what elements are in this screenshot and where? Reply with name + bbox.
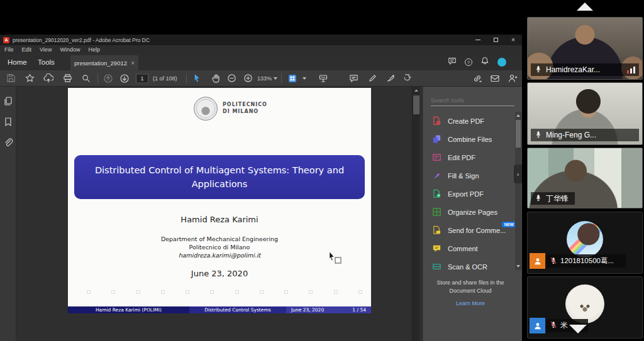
search-icon[interactable] — [80, 73, 91, 84]
document-cloud-promo: Store and share files in the Document Cl… — [423, 279, 518, 295]
participant-name: 丁华锋 — [546, 193, 569, 204]
slide-title-line2: Applications — [192, 177, 248, 191]
tab-tools[interactable]: Tools — [38, 54, 55, 70]
highlighter-pen-icon[interactable] — [367, 73, 378, 84]
zoom-out-icon[interactable] — [226, 73, 237, 84]
participant-tile[interactable]: 1201810500葛... — [527, 212, 643, 274]
tool-combine-files[interactable]: Combine Files — [423, 130, 518, 148]
participant-name: 1201810500葛... — [560, 256, 614, 266]
mic-muted-icon — [550, 321, 557, 330]
window-title: presentation_29012020_ver2.pdf - Adobe A… — [13, 37, 150, 43]
document-scrollbar[interactable] — [412, 87, 419, 341]
tools-search-input[interactable] — [431, 95, 514, 106]
tools-search — [431, 94, 514, 106]
menu-edit[interactable]: Edit — [22, 46, 32, 53]
stamp-rotate-icon[interactable] — [401, 73, 413, 84]
hand-tool-icon[interactable] — [210, 73, 221, 84]
scrollbar-thumb[interactable] — [516, 120, 521, 148]
presenter-mode-icon[interactable] — [318, 73, 329, 84]
tabbar: Home Tools presentation_29012... × ? — [0, 54, 522, 70]
tool-edit-pdf[interactable]: Edit PDF — [423, 148, 518, 166]
bookmarks-icon[interactable] — [3, 117, 13, 127]
tools-panel: Create PDF Combine Files Edit PDF Fill &… — [423, 87, 522, 341]
previous-page-icon[interactable] — [103, 73, 114, 84]
menu-window[interactable]: Window — [60, 46, 80, 53]
mic-icon — [535, 65, 542, 75]
signature-pen-icon[interactable] — [385, 73, 396, 84]
slide-title-line1: Distributed Control of Multiagent System… — [95, 163, 344, 177]
star-favorites-icon[interactable] — [24, 73, 35, 84]
feedback-bubble-icon[interactable] — [448, 57, 457, 68]
zoom-level-dropdown[interactable]: 133% — [257, 75, 277, 82]
document-area: POLITECNICO DI MILANO Distributed Contro… — [17, 87, 423, 341]
bell-icon[interactable] — [480, 57, 489, 68]
tool-send-for-comments[interactable]: Send for Comme... NEW — [423, 221, 518, 239]
beamer-nav-symbols — [87, 290, 362, 295]
menu-view[interactable]: View — [40, 46, 52, 53]
participant-tile[interactable]: HamidrezaKar... — [527, 17, 643, 80]
menu-help[interactable]: Help — [88, 46, 100, 53]
footer-date-page: June 23, 2020 1 / 54 — [286, 306, 371, 313]
page-number-input[interactable] — [136, 73, 148, 83]
page-view-icon[interactable] — [287, 73, 298, 84]
footer-author: Hamid Reza Karimi (POLIMI) — [68, 306, 189, 313]
participant-tile[interactable]: Ming-Feng G... — [527, 82, 643, 145]
add-user-icon[interactable] — [507, 73, 518, 84]
restore-button[interactable] — [487, 35, 504, 45]
pdf-file-icon: A — [3, 37, 9, 43]
scrollbar-thumb[interactable] — [413, 95, 419, 114]
left-nav-rail — [0, 87, 16, 341]
screen: A presentation_29012020_ver2.pdf - Adobe… — [0, 0, 644, 341]
share-cloud-icon[interactable] — [43, 73, 54, 84]
participant-name: Ming-Feng G... — [546, 131, 635, 139]
slide-affiliation-univ: Politecnico di Milano — [68, 244, 371, 251]
comment-bubble-icon[interactable] — [348, 73, 359, 84]
tab-document[interactable]: presentation_29012... × — [70, 55, 138, 70]
tab-close-icon[interactable]: × — [131, 60, 135, 67]
scroll-participants-up-icon[interactable] — [577, 3, 593, 11]
page-view-caret-icon[interactable] — [297, 73, 309, 84]
scroll-participants-down-icon[interactable] — [569, 325, 587, 333]
mouse-cursor — [328, 251, 345, 266]
tab-home[interactable]: Home — [8, 54, 27, 70]
tab-document-label: presentation_29012... — [74, 60, 128, 67]
scroll-up-icon[interactable] — [516, 114, 520, 117]
link-share-icon[interactable] — [472, 73, 483, 84]
tool-organize-pages[interactable]: Organize Pages — [423, 203, 518, 221]
attachments-paperclip-icon[interactable] — [3, 138, 13, 148]
mic-icon — [535, 194, 542, 203]
close-button[interactable]: × — [504, 35, 522, 45]
menu-file[interactable]: File — [4, 46, 14, 53]
next-page-icon[interactable] — [119, 73, 130, 84]
scroll-up-icon[interactable] — [414, 89, 418, 92]
caret-down-icon — [274, 77, 277, 80]
new-badge: NEW — [502, 222, 516, 227]
account-avatar[interactable] — [497, 58, 506, 67]
email-icon[interactable] — [489, 73, 501, 84]
learn-more-link[interactable]: Learn More — [423, 300, 518, 306]
menubar: File Edit View Window Help — [0, 45, 522, 54]
mic-icon — [535, 131, 542, 140]
tool-scan-ocr[interactable]: Scan & OCR — [423, 257, 518, 270]
select-tool-cursor-icon[interactable] — [191, 73, 203, 84]
footer-title: Distributed Control Systems — [189, 306, 286, 313]
tool-comment[interactable]: Comment — [423, 239, 518, 257]
pdf-slide-page: POLITECNICO DI MILANO Distributed Contro… — [68, 88, 371, 313]
acrobat-window: A presentation_29012020_ver2.pdf - Adobe… — [0, 35, 522, 341]
help-icon[interactable]: ? — [465, 58, 472, 66]
participant-role-badge — [530, 253, 545, 269]
participant-tile[interactable]: 丁华锋 — [527, 148, 643, 208]
print-icon[interactable] — [62, 73, 73, 84]
tool-export-pdf[interactable]: Export PDF — [423, 185, 518, 203]
panel-collapse-chevron[interactable]: › — [514, 165, 522, 183]
minimize-button[interactable] — [469, 35, 487, 45]
video-sidebar: HamidrezaKar... Ming-Feng G... 丁华锋 — [526, 0, 644, 341]
tool-create-pdf[interactable]: Create PDF — [423, 112, 518, 130]
window-titlebar: A presentation_29012020_ver2.pdf - Adobe… — [0, 35, 522, 45]
save-icon[interactable] — [5, 73, 16, 84]
scroll-down-icon[interactable] — [516, 265, 520, 268]
zoom-in-icon[interactable] — [242, 73, 253, 84]
tool-fill-sign[interactable]: Fill & Sign — [423, 166, 518, 185]
page-thumbnails-icon[interactable] — [3, 96, 13, 106]
tools-panel-scrollbar[interactable] — [515, 112, 521, 270]
